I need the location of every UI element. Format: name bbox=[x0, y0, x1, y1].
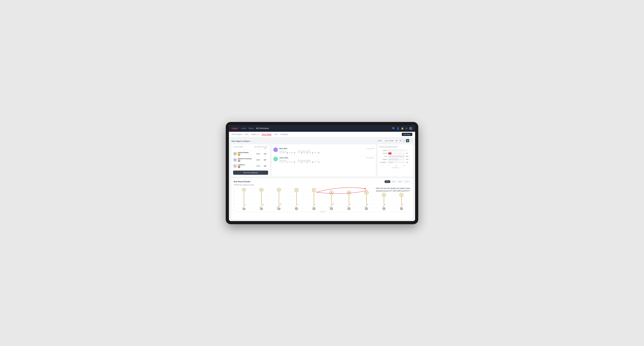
avatar[interactable] bbox=[409, 127, 412, 130]
x-tick: 0 bbox=[388, 165, 389, 166]
streaks-title: Best Round Streaks bbox=[234, 181, 250, 183]
nav-teams[interactable]: Teams bbox=[248, 127, 254, 129]
streak-line bbox=[279, 192, 279, 205]
filter-btn[interactable]: ↑ bbox=[410, 139, 413, 142]
card-date: 02 Sep 2023 bbox=[366, 148, 374, 149]
search-icon[interactable]: 🔍 bbox=[392, 127, 395, 130]
streak-player-avatar[interactable]: D bbox=[348, 207, 350, 210]
streak-bubble[interactable]: 4x bbox=[347, 191, 351, 194]
app-label: APP bbox=[303, 152, 306, 154]
time-filter-dropdown[interactable]: Last 3 months bbox=[382, 139, 398, 142]
streak-line bbox=[384, 197, 384, 204]
player-score: 18/20 bbox=[254, 159, 262, 161]
bar-label: Bogeys bbox=[380, 159, 387, 160]
ott-label: OTT bbox=[298, 152, 300, 154]
filter-app[interactable]: APP bbox=[391, 180, 396, 183]
subnav-all-players[interactable]: All Players bbox=[280, 133, 288, 136]
subnav-pga[interactable]: PGA bbox=[245, 133, 248, 136]
putt-val: 0 bbox=[318, 152, 319, 154]
streak-player-avatar[interactable]: R bbox=[382, 207, 386, 210]
stat-label: Total Rounds bbox=[279, 160, 295, 161]
bar-value: 3 bbox=[406, 150, 411, 151]
arg-val: 0 bbox=[312, 161, 313, 163]
nav-links: Home Teams My Performance bbox=[241, 127, 389, 129]
streak-bubble[interactable]: 4x bbox=[330, 191, 334, 194]
player-name-wrap: Edward Crossman 2 bbox=[238, 158, 252, 162]
streak-player-avatar[interactable]: J bbox=[295, 207, 298, 210]
streak-bubble[interactable]: 5x bbox=[294, 188, 298, 192]
practice-val: 2 bbox=[294, 161, 295, 163]
user-icon[interactable]: 👤 bbox=[397, 127, 399, 130]
player-score: 19/20 bbox=[254, 153, 262, 155]
card-date: 26 Aug 2023 bbox=[366, 157, 374, 159]
ott-label: OTT bbox=[298, 161, 300, 163]
player-row: EC Edward Crossman 2 18/20 107 bbox=[233, 157, 268, 163]
streak-bubble[interactable]: 6x bbox=[277, 188, 281, 191]
card-player-name: Rees Britt bbox=[279, 148, 287, 149]
bar-label: Eagles bbox=[380, 150, 387, 151]
streak-line bbox=[366, 195, 366, 204]
subnav-tour[interactable]: Tour bbox=[274, 133, 278, 136]
player-info: C Cameron... 3 bbox=[233, 164, 254, 168]
subnav-pgat[interactable]: PGAT Players bbox=[232, 133, 242, 136]
player-cards-panel: Rees Britt 02 Sep 2023 Total Rounds Tour… bbox=[272, 144, 376, 176]
settings-icon[interactable]: ⚙ bbox=[406, 127, 408, 130]
putt-val: 1 bbox=[318, 161, 319, 163]
streak-bubble[interactable]: 6x bbox=[260, 188, 264, 191]
app-label: APP bbox=[303, 161, 306, 163]
player-info: RB Richard Butler 1 bbox=[233, 152, 254, 156]
streak-bubble[interactable]: 3x bbox=[382, 193, 386, 197]
streak-player-avatar[interactable]: R bbox=[312, 207, 316, 210]
filter-ott[interactable]: OTT bbox=[385, 180, 390, 183]
bar-row-birdies: Birdies 96 bbox=[380, 152, 411, 155]
subnav-team-clippd[interactable]: Team Clippd bbox=[262, 133, 272, 136]
streak-bubble[interactable]: 3x bbox=[400, 193, 404, 197]
rank-badge: 3 bbox=[238, 166, 240, 168]
streak-player-avatar[interactable]: C bbox=[400, 207, 403, 210]
streak-bubble[interactable]: 4x bbox=[364, 191, 368, 194]
player-avg: 103 bbox=[262, 165, 268, 167]
y-tick: 6 bbox=[234, 191, 234, 192]
streak-column: 7x E. Elert E bbox=[235, 188, 253, 210]
subnav-hcaps[interactable]: Hcaps 1-5 bbox=[251, 133, 259, 136]
list-view-btn[interactable]: ≡ bbox=[402, 139, 406, 142]
streak-column: 4x E. Crossman E bbox=[323, 188, 340, 210]
sub-nav: PGAT Players PGA Hcaps 1-5 Team Clippd T… bbox=[229, 132, 415, 137]
streaks-section: Best Round Streaks OTT APP ARG PUTT Off … bbox=[231, 178, 413, 219]
card-view-btn[interactable]: ▦ bbox=[406, 139, 409, 142]
team-info-row: Team Clippd | 14 Players ✏ Show Last 3 m… bbox=[231, 139, 413, 143]
streak-line bbox=[244, 192, 244, 205]
tournament-val: 8 bbox=[287, 152, 288, 154]
filter-arg[interactable]: ARG bbox=[397, 180, 403, 183]
streak-player-avatar[interactable]: E bbox=[330, 207, 333, 210]
streak-bubble[interactable]: 5x bbox=[312, 188, 316, 192]
player-name: Cameron... bbox=[238, 164, 246, 166]
bar-label: Pars bbox=[380, 156, 387, 157]
nav-my-performance[interactable]: My Performance bbox=[256, 127, 269, 129]
stat-label: Total Practice Activities bbox=[298, 151, 319, 152]
view-leaderboard-button[interactable]: View Full Leaderboard bbox=[233, 171, 268, 175]
view-icons: ⊞ ≡ ▦ ↑ bbox=[399, 139, 413, 142]
card-info: Rees Britt 02 Sep 2023 Total Rounds Tour… bbox=[279, 148, 374, 154]
streak-bubble[interactable]: 7x bbox=[242, 188, 246, 191]
player-avg: 107 bbox=[262, 159, 268, 161]
avatar bbox=[273, 157, 278, 161]
streak-player-avatar[interactable]: M bbox=[365, 207, 368, 210]
stat-sub-row: OTT 0 APP 0 ARG 0 PUTT 0 bbox=[298, 152, 319, 154]
add-team-button[interactable]: Add Team bbox=[402, 133, 412, 136]
streak-column: 6x D. Billingham D bbox=[270, 188, 288, 210]
bell-icon[interactable]: 🔔 bbox=[401, 127, 404, 130]
card-player-name: Josh Coles bbox=[279, 157, 288, 159]
grid-view-btn[interactable]: ⊞ bbox=[399, 139, 402, 142]
stat-sub-row: OTT 0 APP 0 ARG 0 PUTT 1 bbox=[298, 161, 319, 163]
player-card: Rees Britt 02 Sep 2023 Total Rounds Tour… bbox=[273, 146, 374, 155]
nav-home[interactable]: Home bbox=[241, 127, 246, 129]
streak-player-avatar[interactable]: E bbox=[242, 208, 246, 210]
putt-label: PUTT bbox=[314, 161, 317, 163]
streak-column: 5x J. Coles J bbox=[288, 188, 305, 210]
edit-team-icon[interactable]: ✏ bbox=[251, 140, 252, 142]
y-tick: 7 bbox=[234, 188, 234, 189]
avatar bbox=[273, 148, 278, 152]
filter-putt[interactable]: PUTT bbox=[404, 180, 410, 183]
streak-column: 5x R. Britt R bbox=[305, 188, 323, 210]
